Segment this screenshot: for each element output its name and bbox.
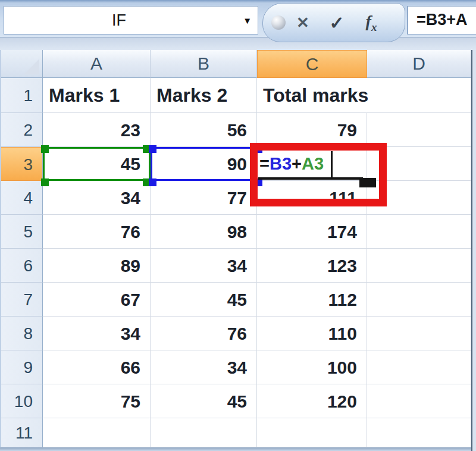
column-header-c[interactable]: C [257, 50, 367, 78]
formula-bar-chrome: IF ▼ ✕ ✓ fx =B3+A [0, 0, 476, 50]
cell-b4[interactable]: 77 [151, 181, 257, 215]
formula-bar-grip-icon [271, 15, 286, 30]
cell-a4[interactable]: 34 [43, 181, 151, 215]
column-header-d[interactable]: D [367, 50, 471, 78]
formula-text: =B3+A [408, 7, 476, 33]
row-header-8[interactable]: 8 [1, 317, 43, 350]
cell-a7[interactable]: 67 [43, 283, 151, 317]
formula-input[interactable]: =B3+A [407, 6, 476, 35]
cell-d7[interactable] [367, 283, 471, 317]
cell-c11[interactable] [257, 418, 367, 447]
fx-icon: f [366, 12, 371, 30]
cell-d8[interactable] [367, 317, 471, 350]
cell-b1[interactable]: Marks 2 [151, 78, 257, 113]
cell-c2[interactable]: 79 [257, 113, 367, 147]
cell-b9[interactable]: 34 [151, 350, 257, 384]
formula-part: B3 [270, 154, 292, 173]
row-header-11[interactable]: 11 [1, 418, 43, 447]
row-header-5[interactable]: 5 [1, 215, 43, 249]
cell-c7[interactable]: 112 [257, 283, 367, 317]
cell-d10[interactable] [367, 384, 471, 418]
name-box[interactable]: IF ▼ [4, 6, 258, 35]
row-header-6[interactable]: 6 [1, 249, 43, 283]
cell-b7[interactable]: 45 [151, 283, 257, 317]
cell-c5[interactable]: 174 [257, 215, 367, 249]
chrome-divider [0, 37, 476, 50]
cell-d3[interactable] [367, 147, 471, 181]
fill-handle[interactable] [359, 178, 376, 187]
text-caret [331, 151, 333, 178]
cell-c1[interactable]: Total marks [257, 78, 471, 113]
cell-d6[interactable] [367, 249, 471, 283]
formula-part: A3 [302, 154, 324, 173]
cell-a2[interactable]: 23 [43, 113, 151, 147]
column-header-b[interactable]: B [151, 50, 257, 78]
cell-a1[interactable]: Marks 1 [43, 78, 151, 113]
cell-c8[interactable]: 110 [257, 317, 367, 350]
cell-b3[interactable]: 90 [151, 147, 257, 181]
cell-a9[interactable]: 66 [43, 350, 151, 384]
sheet-right-edge [471, 50, 476, 451]
cell-d4[interactable] [367, 181, 471, 215]
cell-c9[interactable]: 100 [257, 350, 367, 384]
row-header-10[interactable]: 10 [1, 384, 43, 418]
name-box-value: IF [4, 7, 234, 34]
cell-b5[interactable]: 98 [151, 215, 257, 249]
cell-b11[interactable] [151, 418, 257, 447]
name-box-dropdown-icon[interactable]: ▼ [243, 15, 252, 26]
cell-a3[interactable]: 45 [43, 147, 151, 181]
formula-part: = [259, 154, 270, 173]
row-header-4[interactable]: 4 [1, 181, 43, 215]
cell-a10[interactable]: 75 [43, 384, 151, 418]
cell-b8[interactable]: 76 [151, 317, 257, 350]
cell-a11[interactable] [43, 418, 151, 447]
cell-d5[interactable] [367, 215, 471, 249]
cell-d11[interactable] [367, 418, 471, 447]
worksheet: ABCD1Marks 1Marks 2Total marks2235679345… [0, 50, 476, 451]
cell-c6[interactable]: 123 [257, 249, 367, 283]
cell-c3[interactable]: =B3+A3 [257, 147, 367, 181]
cell-c10[interactable]: 120 [257, 384, 367, 418]
row-header-7[interactable]: 7 [1, 283, 43, 317]
formula-part: + [292, 154, 302, 173]
edit-cell-bottom-border [258, 177, 363, 180]
cell-b6[interactable]: 34 [151, 249, 257, 283]
cell-b2[interactable]: 56 [151, 113, 257, 147]
row-header-3[interactable]: 3 [1, 147, 43, 181]
formula-button-group: ✕ ✓ fx [262, 3, 405, 42]
cell-a8[interactable]: 34 [43, 317, 151, 350]
cell-a5[interactable]: 76 [43, 215, 151, 249]
enter-button[interactable]: ✓ [320, 12, 353, 33]
spreadsheet-window: IF ▼ ✕ ✓ fx =B3+A ABCD1Marks 1Marks 2Tot… [0, 0, 476, 451]
sheet-bottom-edge [0, 447, 471, 451]
row-header-2[interactable]: 2 [1, 113, 43, 147]
cell-a6[interactable]: 89 [43, 249, 151, 283]
cell-d2[interactable] [367, 113, 471, 147]
select-all-button[interactable] [1, 50, 43, 78]
cell-d9[interactable] [367, 350, 471, 384]
select-all-triangle-icon [24, 59, 39, 74]
insert-function-button[interactable]: fx [353, 12, 389, 34]
row-header-9[interactable]: 9 [1, 350, 43, 384]
row-header-1[interactable]: 1 [1, 78, 43, 113]
column-header-a[interactable]: A [43, 50, 151, 78]
cancel-button[interactable]: ✕ [286, 14, 320, 32]
cell-c4[interactable]: 111 [257, 181, 367, 215]
cell-b10[interactable]: 45 [151, 384, 257, 418]
